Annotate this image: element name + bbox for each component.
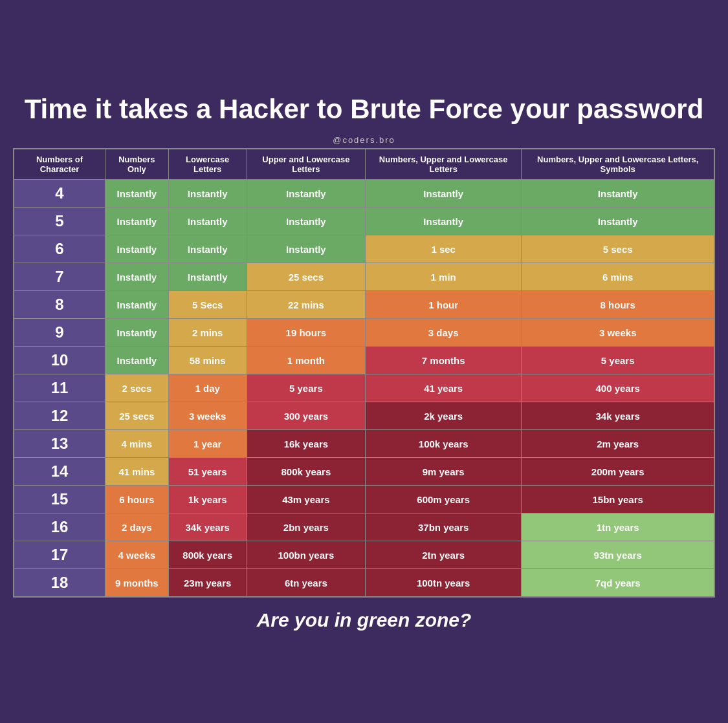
table-cell: 15bn years bbox=[522, 486, 714, 513]
header-all-symbols: Numbers, Upper and Lowercase Letters, Sy… bbox=[522, 149, 714, 180]
table-cell: 7qd years bbox=[522, 569, 714, 598]
table-cell: 400 years bbox=[522, 374, 714, 402]
char-count: 12 bbox=[14, 402, 105, 430]
main-container: Time it takes a Hacker to Brute Force yo… bbox=[0, 80, 728, 643]
table-cell: 100bn years bbox=[247, 541, 365, 569]
table-cell: 100tn years bbox=[366, 569, 522, 598]
table-cell: 41 years bbox=[366, 374, 522, 402]
table-cell: Instantly bbox=[105, 319, 169, 347]
table-cell: 2tn years bbox=[366, 541, 522, 569]
table-cell: 22 mins bbox=[247, 291, 365, 319]
char-count: 11 bbox=[14, 374, 105, 402]
table-cell: 1tn years bbox=[522, 513, 714, 541]
table-cell: Instantly bbox=[105, 208, 169, 235]
table-cell: Instantly bbox=[522, 208, 714, 235]
table-cell: 9m years bbox=[366, 458, 522, 486]
table-cell: 5 years bbox=[522, 347, 714, 374]
footer-text: Are you in green zone? bbox=[13, 598, 715, 636]
table-cell: 2m years bbox=[522, 430, 714, 458]
table-cell: Instantly bbox=[168, 180, 247, 208]
table-cell: Instantly bbox=[247, 208, 365, 235]
table-cell: Instantly bbox=[168, 235, 247, 263]
char-count: 17 bbox=[14, 541, 105, 569]
table-cell: 8 hours bbox=[522, 291, 714, 319]
char-count: 6 bbox=[14, 235, 105, 263]
table-cell: Instantly bbox=[168, 208, 247, 235]
table-cell: 200m years bbox=[522, 458, 714, 486]
table-cell: 19 hours bbox=[247, 319, 365, 347]
table-cell: 23m years bbox=[168, 569, 247, 598]
table-cell: 2 secs bbox=[105, 374, 169, 402]
table-cell: 25 secs bbox=[105, 402, 169, 430]
table-row: 6InstantlyInstantlyInstantly1 sec5 secs bbox=[14, 235, 714, 263]
header-numbers-only: Numbers Only bbox=[105, 149, 169, 180]
table-cell: 93tn years bbox=[522, 541, 714, 569]
header-lowercase: Lowercase Letters bbox=[168, 149, 247, 180]
char-count: 4 bbox=[14, 180, 105, 208]
table-cell: 3 days bbox=[366, 319, 522, 347]
table-cell: 4 weeks bbox=[105, 541, 169, 569]
page-title: Time it takes a Hacker to Brute Force yo… bbox=[13, 93, 715, 125]
header-upper-lower: Upper and Lowercase Letters bbox=[247, 149, 365, 180]
table-row: 10Instantly58 mins1 month7 months5 years bbox=[14, 347, 714, 374]
table-cell: 1 hour bbox=[366, 291, 522, 319]
table-row: 156 hours1k years43m years600m years15bn… bbox=[14, 486, 714, 513]
table-cell: 43m years bbox=[247, 486, 365, 513]
table-cell: 800k years bbox=[168, 541, 247, 569]
table-cell: Instantly bbox=[247, 235, 365, 263]
table-cell: 37bn years bbox=[366, 513, 522, 541]
table-cell: 2k years bbox=[366, 402, 522, 430]
table-cell: 34k years bbox=[522, 402, 714, 430]
table-cell: Instantly bbox=[366, 180, 522, 208]
table-row: 134 mins1 year16k years100k years2m year… bbox=[14, 430, 714, 458]
table-cell: 6 hours bbox=[105, 486, 169, 513]
table-cell: 600m years bbox=[366, 486, 522, 513]
table-cell: Instantly bbox=[168, 263, 247, 291]
table-cell: Instantly bbox=[522, 180, 714, 208]
table-cell: Instantly bbox=[105, 291, 169, 319]
char-count: 10 bbox=[14, 347, 105, 374]
char-count: 16 bbox=[14, 513, 105, 541]
table-cell: 6tn years bbox=[247, 569, 365, 598]
table-cell: 2 mins bbox=[168, 319, 247, 347]
table-cell: Instantly bbox=[247, 180, 365, 208]
table-cell: 5 secs bbox=[522, 235, 714, 263]
char-count: 5 bbox=[14, 208, 105, 235]
table-cell: 58 mins bbox=[168, 347, 247, 374]
header-num-upper-lower: Numbers, Upper and Lowercase Letters bbox=[366, 149, 522, 180]
table-row: 9Instantly2 mins19 hours3 days3 weeks bbox=[14, 319, 714, 347]
table-cell: 25 secs bbox=[247, 263, 365, 291]
table-cell: 6 mins bbox=[522, 263, 714, 291]
table-cell: 1k years bbox=[168, 486, 247, 513]
table-cell: 5 years bbox=[247, 374, 365, 402]
char-count: 7 bbox=[14, 263, 105, 291]
table-row: 8Instantly5 Secs22 mins1 hour8 hours bbox=[14, 291, 714, 319]
char-count: 15 bbox=[14, 486, 105, 513]
table-cell: 34k years bbox=[168, 513, 247, 541]
table-cell: 9 months bbox=[105, 569, 169, 598]
table-cell: 2bn years bbox=[247, 513, 365, 541]
watermark: @coders.bro bbox=[13, 135, 715, 145]
table-cell: 7 months bbox=[366, 347, 522, 374]
table-cell: 1 month bbox=[247, 347, 365, 374]
header-chars: Numbers of Character bbox=[14, 149, 105, 180]
char-count: 13 bbox=[14, 430, 105, 458]
table-cell: 16k years bbox=[247, 430, 365, 458]
char-count: 14 bbox=[14, 458, 105, 486]
table-cell: 300 years bbox=[247, 402, 365, 430]
table-cell: 3 weeks bbox=[168, 402, 247, 430]
table-cell: 100k years bbox=[366, 430, 522, 458]
table-row: 5InstantlyInstantlyInstantlyInstantlyIns… bbox=[14, 208, 714, 235]
table-cell: 1 year bbox=[168, 430, 247, 458]
table-row: 7InstantlyInstantly25 secs1 min6 mins bbox=[14, 263, 714, 291]
char-count: 8 bbox=[14, 291, 105, 319]
table-row: 1225 secs3 weeks300 years2k years34k yea… bbox=[14, 402, 714, 430]
table-row: 4InstantlyInstantlyInstantlyInstantlyIns… bbox=[14, 180, 714, 208]
table-cell: 800k years bbox=[247, 458, 365, 486]
table-cell: Instantly bbox=[105, 180, 169, 208]
table-cell: 1 sec bbox=[366, 235, 522, 263]
table-row: 174 weeks800k years100bn years2tn years9… bbox=[14, 541, 714, 569]
table-cell: 41 mins bbox=[105, 458, 169, 486]
table-cell: 51 years bbox=[168, 458, 247, 486]
password-table: Numbers of Character Numbers Only Lowerc… bbox=[13, 148, 715, 598]
